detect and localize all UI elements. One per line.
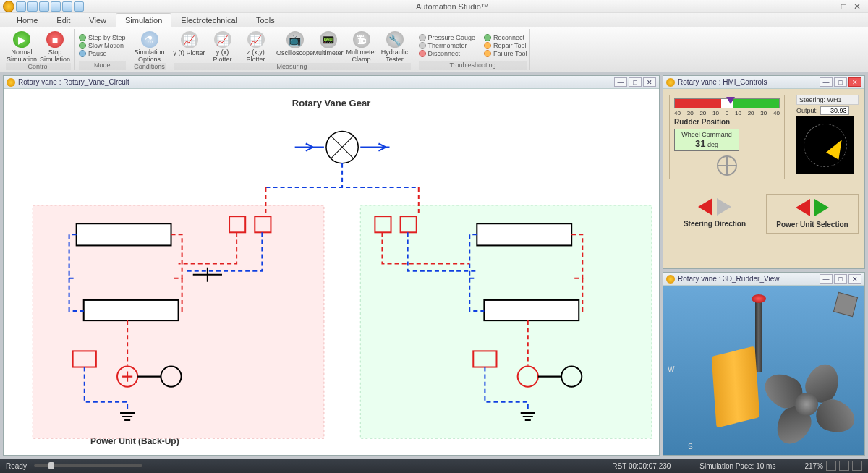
maximize-button[interactable]: □ [629, 77, 642, 87]
rudder-position-label: Rudder Position [674, 118, 780, 126]
status-zoom: 217% [804, 462, 823, 470]
status-mini-button[interactable] [852, 461, 862, 471]
maximize-button[interactable]: □ [841, 1, 846, 12]
hydraulic-tester-button[interactable]: 🔧Hydraulic Tester [379, 30, 411, 63]
simulation-options-button[interactable]: ⚗Simulation Options [134, 30, 166, 63]
ribbon-tabs: Home Edit View Simulation Electrotechnic… [0, 13, 868, 27]
3d-viewport[interactable]: W S [663, 286, 864, 455]
minimize-button[interactable]: — [820, 77, 833, 87]
plotter-icon: 📈 [214, 31, 231, 48]
thermometer-button[interactable]: Thermometer [419, 42, 476, 49]
slow-motion-button[interactable]: Slow Motion [79, 42, 126, 49]
label: Stop Simulation [39, 48, 71, 63]
normal-simulation-button[interactable]: ▶Normal Simulation [6, 30, 38, 63]
label: Thermometer [428, 42, 467, 49]
compass-arrow-icon [826, 136, 848, 160]
steering-direction-panel: Steering Direction [669, 194, 760, 234]
flask-icon: ⚗ [141, 31, 158, 48]
workspace: Rotary vane : Rotary_Vane_Circuit —□✕ Ro… [0, 72, 868, 459]
group-label: Measuring [174, 63, 411, 70]
tick: 10 [735, 110, 741, 116]
rudder-shaft [755, 300, 762, 372]
view-cube[interactable] [833, 292, 858, 317]
tab-electrotechnical[interactable]: Electrotechnical [171, 13, 247, 27]
titlebar: Automation Studio™ — □ ✕ [0, 0, 868, 13]
qat-button[interactable] [27, 1, 38, 12]
tab-simulation[interactable]: Simulation [116, 13, 171, 27]
maximize-button[interactable]: □ [834, 77, 847, 87]
qat-button[interactable] [62, 1, 72, 12]
slider-thumb[interactable] [48, 462, 54, 469]
window-title: Rotary vane : Rotary_Vane_Circuit [18, 78, 129, 86]
gauge-ticks: 40 30 20 10 0 10 20 30 40 [674, 110, 780, 116]
close-button[interactable]: ✕ [854, 1, 861, 12]
hmi-right-column: Steering: WH1 Output: [796, 95, 859, 174]
failure-tool-button[interactable]: Failure Tool [484, 50, 527, 57]
maximize-button[interactable]: □ [834, 274, 847, 284]
step-by-step-button[interactable]: Step by Step [79, 34, 126, 41]
tab-view[interactable]: View [80, 13, 116, 27]
3d-view-titlebar[interactable]: Rotary vane : 3D_Rudder_View —□✕ [663, 273, 864, 286]
label: Slow Motion [88, 42, 124, 49]
close-button[interactable]: ✕ [643, 77, 656, 87]
tab-tools[interactable]: Tools [247, 13, 284, 27]
reconnect-button[interactable]: Reconnect [484, 34, 527, 41]
minimize-button[interactable]: — [820, 274, 833, 284]
power-unit-left-button[interactable] [796, 199, 810, 216]
yt-plotter-button[interactable]: 📈y (t) Plotter [174, 30, 205, 63]
steer-right-button[interactable] [717, 198, 731, 216]
status-slider[interactable] [34, 464, 142, 467]
circuit-titlebar[interactable]: Rotary vane : Rotary_Vane_Circuit —□✕ [4, 76, 659, 89]
stop-simulation-button[interactable]: ■Stop Simulation [39, 30, 71, 63]
qat-button[interactable] [39, 1, 49, 12]
steer-left-button[interactable] [698, 198, 712, 216]
pressure-gauge-button[interactable]: Pressure Gauge [419, 34, 476, 41]
disconnect-button[interactable]: Disconnect [419, 50, 476, 57]
label: Reconnect [493, 34, 524, 41]
oscilloscope-icon: 📺 [286, 31, 304, 48]
qat-button[interactable] [74, 1, 84, 12]
multimeter-button[interactable]: 📟Multimeter [312, 30, 344, 63]
tab-home[interactable]: Home [7, 13, 47, 27]
repair-tool-button[interactable]: Repair Tool [484, 42, 527, 49]
rudder-blade [712, 346, 760, 427]
steering-wheel-icon[interactable] [717, 155, 737, 176]
power-unit-right-button[interactable] [814, 199, 829, 216]
hmi-titlebar[interactable]: Rotary vane : HMI_Controls —□✕ [663, 76, 864, 89]
wheel-command-label: Wheel Command [676, 131, 737, 138]
minimize-button[interactable]: — [825, 1, 834, 12]
qat-button[interactable] [51, 1, 61, 12]
disconnect-icon [419, 50, 426, 57]
oscilloscope-button[interactable]: 📺Oscilloscope [279, 30, 311, 63]
pause-button[interactable]: Pause [79, 50, 126, 57]
zxy-plotter-button[interactable]: 📈z (x,y) Plotter [240, 30, 272, 63]
yx-plotter-button[interactable]: 📈y (x) Plotter [207, 30, 239, 63]
label: y (t) Plotter [174, 49, 205, 56]
3d-view-window: Rotary vane : 3D_Rudder_View —□✕ W S [663, 272, 865, 456]
label: Pause [88, 50, 107, 57]
group-label: Control [6, 63, 71, 70]
close-button[interactable]: ✕ [848, 77, 861, 87]
quick-access-toolbar [0, 1, 87, 12]
label: Pressure Gauge [428, 34, 476, 41]
tick: 30 [687, 110, 694, 116]
label: Multimeter Clamp [346, 48, 378, 63]
label: Normal Simulation [6, 48, 38, 63]
output-label: Output: [796, 107, 818, 114]
window-title: Rotary vane : HMI_Controls [678, 78, 767, 86]
label: y (x) Plotter [207, 48, 239, 63]
ribbon: ▶Normal Simulation ■Stop Simulation Cont… [0, 27, 868, 72]
minimize-button[interactable]: — [614, 77, 627, 87]
status-mini-button[interactable] [839, 461, 849, 471]
multimeter-clamp-button[interactable]: 🗜Multimeter Clamp [346, 30, 378, 63]
circuit-window: Rotary vane : Rotary_Vane_Circuit —□✕ Ro… [3, 75, 660, 456]
circuit-svg: M [4, 89, 659, 455]
app-logo-icon[interactable] [3, 1, 14, 12]
output-value-field[interactable] [820, 106, 849, 115]
tab-edit[interactable]: Edit [47, 13, 80, 27]
circuit-diagram[interactable]: Rotary Vane Gear Power Unit (Back-Up) [4, 89, 659, 455]
qat-button[interactable] [16, 1, 26, 12]
close-button[interactable]: ✕ [848, 274, 861, 284]
status-mini-button[interactable] [826, 461, 836, 471]
slow-icon [79, 42, 86, 49]
